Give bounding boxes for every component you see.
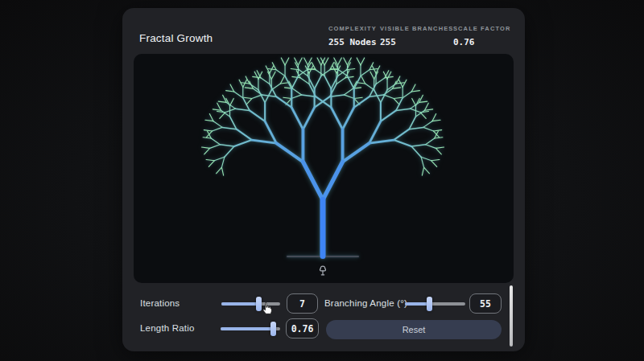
iterations-slider-track[interactable] (221, 302, 280, 306)
fractal-growth-panel: Fractal Growth COMPLEXITY 255 Nodes VISI… (122, 8, 525, 351)
stat-visible-branches-value: 255 (380, 37, 453, 47)
branching-angle-value[interactable]: 55 (469, 293, 502, 314)
branching-angle-slider-thumb[interactable] (427, 297, 432, 311)
stat-scale-factor-value: 0.76 (453, 37, 510, 47)
iterations-value[interactable]: 7 (287, 293, 318, 314)
controls-scrollbar[interactable] (510, 285, 513, 347)
stat-scale-factor-label: SCALE FACTOR (453, 25, 510, 32)
stat-complexity-label: COMPLEXITY (328, 25, 377, 32)
fractal-canvas[interactable] (134, 54, 514, 283)
tree-icon (316, 265, 329, 277)
stat-complexity: COMPLEXITY 255 Nodes (328, 25, 377, 47)
page-background: { "header": { "title": "Fractal Growth",… (0, 0, 644, 361)
iterations-slider[interactable] (221, 297, 280, 311)
stat-visible-branches: VISIBLE BRANCHES 255 (380, 25, 453, 47)
branching-angle-slider-track[interactable] (405, 302, 465, 306)
branching-angle-label: Branching Angle (°) (324, 298, 407, 308)
stat-visible-branches-label: VISIBLE BRANCHES (380, 25, 453, 32)
length-ratio-slider[interactable] (221, 322, 280, 336)
reset-button[interactable]: Reset (326, 320, 502, 339)
stat-complexity-value: 255 Nodes (328, 37, 377, 47)
branching-angle-slider[interactable] (405, 297, 465, 311)
stat-scale-factor: SCALE FACTOR 0.76 (453, 25, 510, 47)
page-title: Fractal Growth (139, 32, 213, 44)
fractal-tree-svg (134, 54, 514, 283)
length-ratio-label: Length Ratio (140, 323, 195, 333)
iterations-slider-thumb[interactable] (256, 297, 262, 311)
length-ratio-value[interactable]: 0.76 (286, 318, 319, 338)
iterations-label: Iterations (140, 298, 180, 308)
length-ratio-slider-thumb[interactable] (270, 322, 276, 336)
